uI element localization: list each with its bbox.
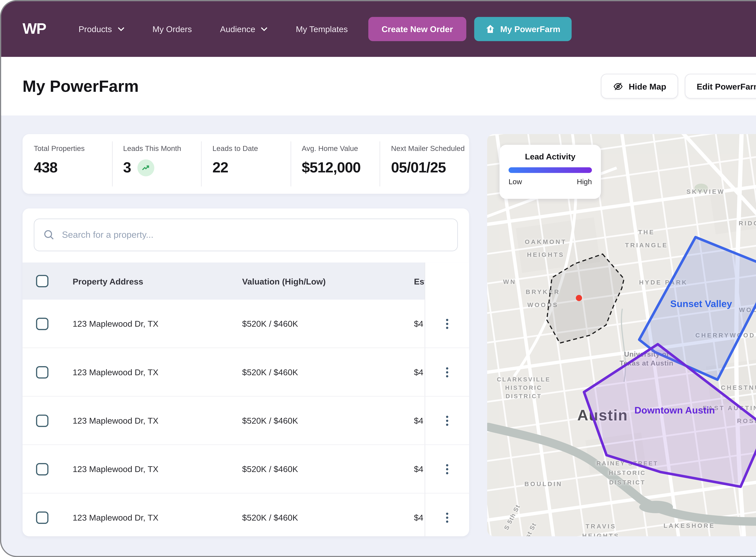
eye-off-icon [613,81,624,91]
cell-valuation: $520K / $460K [220,464,392,474]
edit-powerfarm-label: Edit PowerFarm [697,81,756,91]
map-label: DISTRICT [609,479,645,486]
nav-item-label: My Templates [296,24,348,34]
row-menu-button[interactable] [443,412,452,429]
map-label: WN [503,278,516,285]
map-label: CHESTNUT [721,384,756,391]
page-header: My PowerFarm Hide Map Edit PowerFarm Edi… [1,57,756,115]
stat-label: Leads to Date [212,144,291,153]
search-input[interactable] [61,229,448,240]
legend-low-label: Low [509,177,522,186]
street-label: S 1st St [519,522,538,536]
stat-value: 438 [34,159,57,176]
chevron-down-icon [118,27,124,31]
map-label: TRAVIS [585,523,616,530]
create-new-order-button[interactable]: Create New Order [368,17,466,41]
map-label: TRIANGLE [625,242,668,248]
chevron-down-icon [261,27,268,31]
map-label: LAKESHORE [664,522,715,529]
row-menu-button[interactable] [443,461,452,477]
cell-est: $4 [392,368,425,377]
legend-high-label: High [577,177,592,186]
column-header-est: Est [392,276,425,286]
nav-item-audience[interactable]: Audience [220,24,268,34]
map-label: SKYVIEW [687,188,725,195]
stat-label: Total Properties [34,144,112,153]
nav-item-my-orders[interactable]: My Orders [152,24,192,34]
row-menu-button[interactable] [443,363,452,381]
row-checkbox[interactable] [36,318,49,330]
property-list-card: Property Address Valuation (High/Low) Es… [23,208,469,536]
cell-est: $4 [392,512,425,522]
cell-address: 123 Maplewood Dr, TX [60,464,220,474]
map-label: CHERRYWOOD [695,332,755,339]
table-row: 123 Maplewood Dr, TX $520K / $460K $4 [23,348,469,397]
region-label-downtown-austin[interactable]: Downtown Austin [634,405,715,416]
map-label: WOOD [739,306,756,313]
stat-value: 05/01/25 [391,159,446,176]
content-area: Total Properties 438 Leads This Month 3 … [1,116,756,556]
column-header-valuation: Valuation (High/Low) [220,276,392,286]
search-icon [43,229,55,240]
cell-valuation: $520K / $460K [220,319,392,328]
nav-item-products[interactable]: Products [79,24,124,34]
stat-label: Next Mailer Scheduled [391,144,469,153]
cell-valuation: $520K / $460K [220,368,392,377]
cell-address: 123 Maplewood Dr, TX [60,319,220,328]
column-header-actions [425,263,469,300]
map-label: BRYKER [526,288,560,295]
stat-avg-home-value: Avg. Home Value $512,000 [291,134,380,194]
page-title: My PowerFarm [23,77,139,95]
app-window: WP Products My Orders Audience My Templa… [0,0,756,557]
cell-est: $4 [392,319,425,328]
map-card: OAKMONT HEIGHTS BRYKER WOODS WN THE TRIA… [487,134,756,536]
trend-up-badge [137,159,154,176]
row-menu-button[interactable] [443,315,452,332]
row-menu-button[interactable] [443,509,452,526]
house-bolt-icon [486,24,495,34]
cell-address: 123 Maplewood Dr, TX [60,368,220,377]
my-powerfarm-label: My PowerFarm [500,24,561,34]
stat-value: 3 [123,159,131,176]
cell-address: 123 Maplewood Dr, TX [60,416,220,425]
hide-map-button[interactable]: Hide Map [601,74,678,98]
table-row: 123 Maplewood Dr, TX $520K / $460K $4 [23,397,469,445]
stat-leads-to-date: Leads to Date 22 [201,134,291,194]
street-label: S 5th St [503,503,521,531]
map-label: OAKMONT [525,238,567,245]
property-search [34,218,458,251]
region-label-sunset-valley[interactable]: Sunset Valley [670,298,732,310]
legend-gradient-bar [509,167,592,173]
nav-links: Products My Orders Audience My Templates [79,24,348,34]
stat-value: 22 [212,159,228,176]
map-label: THE [638,229,655,235]
map-label: BOULDIN [524,480,563,487]
row-checkbox[interactable] [36,511,49,524]
table-row: 123 Maplewood Dr, TX $520K / $460K $4 [23,445,469,494]
stat-label: Leads This Month [123,144,201,153]
map-label: Texas at Austin [619,359,673,367]
property-table: Property Address Valuation (High/Low) Es… [23,263,469,536]
hide-map-label: Hide Map [629,81,666,91]
map-label: RAINEY STREET [597,460,658,466]
cell-address: 123 Maplewood Dr, TX [60,512,220,522]
map-label: CLARKSVILLE [497,376,551,382]
my-powerfarm-button[interactable]: My PowerFarm [474,17,572,41]
edit-powerfarm-button[interactable]: Edit PowerFarm [685,74,756,98]
select-all-checkbox[interactable] [36,275,49,287]
cell-est: $4 [392,416,425,425]
nav-item-my-templates[interactable]: My Templates [296,24,348,34]
screenshot-stage: WP Products My Orders Audience My Templa… [0,0,756,557]
stat-label: Avg. Home Value [302,144,380,153]
nav-item-label: Products [79,24,112,34]
stat-value: $512,000 [302,159,361,176]
row-checkbox[interactable] [36,463,49,475]
trending-up-icon [142,164,150,171]
row-checkbox[interactable] [36,414,49,427]
map-label: DISTRICT [506,392,542,400]
table-header-row: Property Address Valuation (High/Low) Es… [23,263,469,300]
app-logo[interactable]: WP [23,20,46,38]
row-checkbox[interactable] [36,366,49,378]
map-label: ROSEWOOD [737,417,756,424]
map-label: HYDE PARK [639,279,688,286]
